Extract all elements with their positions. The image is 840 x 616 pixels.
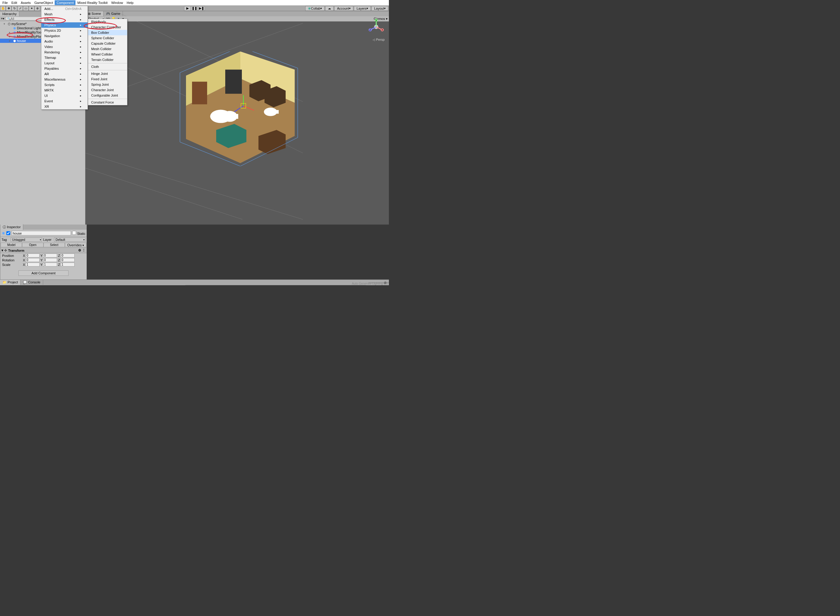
rotation-y[interactable] xyxy=(43,258,57,262)
scale-z[interactable] xyxy=(61,263,75,267)
menu-mixed-reality-toolkit[interactable]: Mixed Reality Toolkit xyxy=(75,0,109,5)
layers-button[interactable]: Layers ▾ xyxy=(354,6,371,11)
project-search[interactable]: 🔍 xyxy=(184,285,367,285)
svg-rect-9 xyxy=(225,69,242,94)
submenu-item-mesh-collider[interactable]: Mesh Collider xyxy=(88,46,127,51)
play-button[interactable]: ▶ xyxy=(184,6,191,11)
menu-component[interactable]: Component xyxy=(55,0,75,5)
overrides-button[interactable]: Overrides ▾ xyxy=(65,243,87,247)
scale-tool[interactable]: ⤢ xyxy=(17,6,23,11)
open-button[interactable]: Open xyxy=(22,243,44,247)
menu-item-event[interactable]: Event▸ xyxy=(41,98,88,104)
house-model xyxy=(174,51,301,166)
menu-item-rendering[interactable]: Rendering▸ xyxy=(41,50,88,55)
position-y[interactable] xyxy=(43,254,57,257)
account-button[interactable]: Account ▾ xyxy=(334,6,353,11)
rotation-x[interactable] xyxy=(26,258,40,262)
model-button[interactable]: Model xyxy=(1,243,22,247)
menu-item-audio[interactable]: Audio▸ xyxy=(41,39,88,44)
project-panel: 📁 Project 💬 Console +▾ 🔍 ⬚ ◆ ★ 👁 11 ★ Fa… xyxy=(0,280,389,285)
pause-button[interactable]: ❚❚ xyxy=(191,6,198,11)
submenu-item-terrain-collider[interactable]: Terrain Collider xyxy=(88,57,127,63)
menu-item-ui[interactable]: UI▸ xyxy=(41,93,88,98)
menu-item-xr[interactable]: XR▸ xyxy=(41,104,88,109)
submenu-item-sphere-collider[interactable]: Sphere Collider xyxy=(88,35,127,41)
gameobject-name-field[interactable] xyxy=(12,231,71,235)
menu-item-mesh[interactable]: Mesh▸ xyxy=(41,12,88,17)
scale-x[interactable] xyxy=(26,263,40,267)
submenu-item-spring-joint[interactable]: Spring Joint xyxy=(88,82,127,87)
submenu-item-capsule-collider[interactable]: Capsule Collider xyxy=(88,41,127,46)
orientation-gizmo[interactable]: y x z xyxy=(368,18,385,35)
tag-label: Tag xyxy=(1,238,9,242)
menu-item-layout[interactable]: Layout▸ xyxy=(41,60,88,66)
gameobject-active-checkbox[interactable] xyxy=(6,231,10,235)
svg-rect-16 xyxy=(233,114,238,119)
custom-tool[interactable]: ⊕ xyxy=(34,6,40,11)
menu-item-video[interactable]: Video▸ xyxy=(41,44,88,50)
static-label: Static xyxy=(72,231,85,235)
collab-button[interactable]: ◉ Collab ▾ xyxy=(305,6,325,11)
tag-dropdown[interactable]: Untagged xyxy=(10,238,42,242)
static-checkbox[interactable] xyxy=(72,231,76,235)
move-tool[interactable]: ✥ xyxy=(6,6,12,11)
menu-item-tilemap[interactable]: Tilemap▸ xyxy=(41,55,88,60)
menu-file[interactable]: File xyxy=(1,0,10,5)
submenu-item-configurable-joint[interactable]: Configurable Joint xyxy=(88,92,127,98)
submenu-item-constant-force[interactable]: Constant Force xyxy=(88,100,127,105)
menu-item-physics-2d[interactable]: Physics 2D▸ xyxy=(41,28,88,33)
rotation-z[interactable] xyxy=(61,258,75,262)
select-button[interactable]: Select xyxy=(44,243,65,247)
scale-y[interactable] xyxy=(43,263,57,267)
scene-view: ⊞ Scene 🎮 Game Shaded 2D 💡 🔊 ▾ Gizmos ▾ … xyxy=(85,11,389,224)
prefab-icon: ⬢ xyxy=(1,232,5,235)
console-tab[interactable]: 💬 Console xyxy=(21,280,43,285)
menu-item-playables[interactable]: Playables▸ xyxy=(41,66,88,71)
menu-item-ar[interactable]: AR▸ xyxy=(41,71,88,77)
submenu-item-cloth[interactable]: Cloth xyxy=(88,64,127,69)
menu-window[interactable]: Window xyxy=(109,0,125,5)
menu-gameobject[interactable]: GameObject xyxy=(32,0,55,5)
menu-item-physics[interactable]: Physics▸ xyxy=(41,22,88,28)
create-dropdown[interactable]: +▾ xyxy=(1,17,4,20)
svg-text:y: y xyxy=(375,18,377,22)
transform-header[interactable]: ▾ ⊹ Transform⚙ ⋮ xyxy=(0,248,87,253)
transform-rotation: RotationXYZ xyxy=(0,258,87,262)
menu-help[interactable]: Help xyxy=(125,0,135,5)
position-x[interactable] xyxy=(26,254,40,257)
menu-assets[interactable]: Assets xyxy=(19,0,32,5)
cloud-button[interactable]: ☁ xyxy=(325,6,333,11)
menu-item-navigation[interactable]: Navigation▸ xyxy=(41,33,88,39)
menu-edit[interactable]: Edit xyxy=(10,0,19,5)
add-component-button[interactable]: Add Component xyxy=(18,270,69,276)
svg-rect-18 xyxy=(275,110,279,113)
menu-item-mrtk[interactable]: MRTK▸ xyxy=(41,88,88,93)
transform-position: PositionXYZ xyxy=(0,253,87,258)
submenu-item-hinge-joint[interactable]: Hinge Joint xyxy=(88,71,127,76)
menu-item-add---[interactable]: Add...Ctrl+Shift+A xyxy=(41,6,88,12)
position-z[interactable] xyxy=(61,254,75,257)
submenu-item-rigidbody[interactable]: Rigidbody xyxy=(88,19,127,25)
submenu-item-character-controller[interactable]: Character Controller xyxy=(88,25,127,30)
project-tab[interactable]: 📁 Project xyxy=(0,280,21,285)
submenu-item-character-joint[interactable]: Character Joint xyxy=(88,87,127,92)
menu-item-effects[interactable]: Effects▸ xyxy=(41,17,88,22)
step-button[interactable]: ▶❚ xyxy=(198,6,205,11)
transform-tool[interactable]: ✦ xyxy=(29,6,34,11)
statusbar: Auto Generate Lighting Off xyxy=(352,282,388,285)
hierarchy-tab[interactable]: Hierarchy xyxy=(0,12,19,16)
perspective-label: ◁ Persp xyxy=(373,38,385,41)
menu-item-scripts[interactable]: Scripts▸ xyxy=(41,82,88,88)
submenu-item-wheel-collider[interactable]: Wheel Collider xyxy=(88,51,127,57)
rect-tool[interactable]: ▭ xyxy=(23,6,29,11)
submenu-item-box-collider[interactable]: Box Collider xyxy=(88,30,127,35)
menu-item-miscellaneous[interactable]: Miscellaneous▸ xyxy=(41,77,88,82)
layout-button[interactable]: Layout ▾ xyxy=(372,6,388,11)
layer-dropdown[interactable]: Default xyxy=(54,238,85,242)
svg-text:x: x xyxy=(381,28,383,31)
layer-label: Layer xyxy=(43,238,53,242)
rotate-tool[interactable]: ↻ xyxy=(12,6,17,11)
inspector-tab[interactable]: ⓘ Inspector xyxy=(0,224,23,230)
hand-tool[interactable]: ✋ xyxy=(0,6,6,11)
submenu-item-fixed-joint[interactable]: Fixed Joint xyxy=(88,76,127,82)
